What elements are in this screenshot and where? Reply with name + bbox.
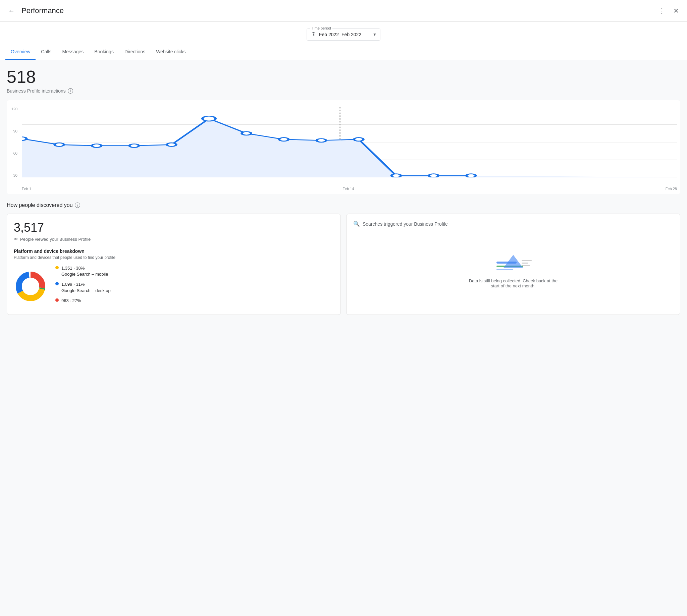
eye-icon: 👁	[14, 237, 18, 242]
svg-point-19	[466, 174, 476, 178]
header-right: ⋮ ✕	[656, 4, 682, 18]
main-content: 518 Business Profile interactions i 120 …	[0, 60, 687, 322]
data-collecting-text: Data is still being collected. Check bac…	[466, 278, 560, 288]
chart-svg	[22, 107, 677, 177]
svg-point-17	[391, 174, 401, 178]
svg-point-8	[55, 143, 64, 147]
x-label-feb14: Feb 14	[343, 187, 354, 191]
collecting-illustration	[493, 251, 533, 278]
tab-website-clicks[interactable]: Website clicks	[151, 44, 191, 60]
views-card: 3,517 👁 People viewed your Business Prof…	[7, 214, 341, 315]
svg-rect-30	[522, 263, 528, 264]
cards-row: 3,517 👁 People viewed your Business Prof…	[7, 214, 680, 315]
search-card: 🔍 Searches triggered your Business Profi…	[346, 214, 680, 315]
legend-text-other: 963 · 27%	[61, 298, 81, 304]
breakdown-title: Platform and device breakdown	[14, 248, 334, 254]
legend-dot-mobile	[55, 266, 59, 269]
tab-calls[interactable]: Calls	[36, 44, 57, 60]
svg-point-9	[92, 144, 101, 148]
tab-directions[interactable]: Directions	[119, 44, 151, 60]
svg-point-15	[317, 139, 326, 142]
search-icon: 🔍	[353, 221, 360, 227]
close-button[interactable]: ✕	[670, 4, 682, 18]
time-period-label: Time period	[310, 26, 332, 30]
data-collecting-section: Data is still being collected. Check bac…	[353, 233, 673, 308]
tab-messages[interactable]: Messages	[57, 44, 89, 60]
tab-bookings[interactable]: Bookings	[89, 44, 119, 60]
chart-area	[22, 107, 677, 177]
y-label-30: 30	[7, 173, 18, 177]
tabs-container: Overview Calls Messages Bookings Directi…	[0, 44, 687, 60]
views-desc: 👁 People viewed your Business Profile	[14, 237, 334, 242]
legend-item-other: 963 · 27%	[55, 298, 334, 304]
donut-row: 1,351 · 38% Google Search – mobile 1,099…	[14, 265, 334, 308]
svg-marker-6	[22, 119, 677, 177]
legend-text-desktop: 1,099 · 31% Google Search – desktop	[61, 281, 111, 293]
search-card-header: 🔍 Searches triggered your Business Profi…	[353, 221, 673, 227]
back-button[interactable]: ←	[5, 4, 18, 18]
svg-point-12	[202, 116, 215, 121]
time-period-value: Feb 2022–Feb 2022	[319, 32, 361, 37]
svg-rect-27	[496, 269, 513, 270]
calendar-icon: 🗓	[311, 31, 316, 38]
tab-overview[interactable]: Overview	[5, 44, 36, 60]
chart-container: 120 90 60 30	[7, 100, 680, 194]
x-label-feb1: Feb 1	[22, 187, 31, 191]
svg-point-13	[242, 132, 251, 135]
x-label-feb28: Feb 28	[666, 187, 677, 191]
views-count: 3,517	[14, 221, 334, 235]
svg-rect-31	[522, 265, 530, 266]
svg-point-7	[22, 137, 26, 140]
legend-text-mobile: 1,351 · 38% Google Search – mobile	[61, 265, 108, 277]
legend-dot-other	[55, 299, 59, 302]
y-label-90: 90	[7, 129, 18, 133]
page-title: Performance	[21, 6, 64, 15]
svg-point-16	[354, 137, 363, 141]
legend-items: 1,351 · 38% Google Search – mobile 1,099…	[55, 265, 334, 308]
chevron-down-icon: ▼	[373, 32, 377, 37]
donut-chart	[14, 270, 47, 303]
more-options-button[interactable]: ⋮	[656, 4, 668, 18]
y-label-120: 120	[7, 107, 18, 111]
breakdown-subtitle: Platform and devices that people used to…	[14, 255, 334, 260]
legend-item-mobile: 1,351 · 38% Google Search – mobile	[55, 265, 334, 277]
interactions-label: Business Profile interactions i	[7, 88, 680, 93]
y-label-60: 60	[7, 151, 18, 155]
discovery-section-title: How people discovered you i	[7, 202, 680, 208]
legend-item-desktop: 1,099 · 31% Google Search – desktop	[55, 281, 334, 293]
discovery-info-icon[interactable]: i	[75, 202, 80, 208]
svg-point-24	[22, 278, 39, 295]
svg-point-10	[129, 144, 139, 148]
interactions-count: 518	[7, 67, 680, 87]
svg-point-14	[279, 137, 288, 141]
chart-x-labels: Feb 1 Feb 14 Feb 28	[22, 187, 677, 191]
chart-y-labels: 120 90 60 30	[7, 107, 20, 177]
svg-rect-29	[522, 260, 532, 261]
legend-dot-desktop	[55, 282, 59, 285]
svg-point-18	[429, 174, 438, 178]
header-left: ← Performance	[5, 4, 64, 18]
svg-point-11	[167, 143, 176, 147]
donut-svg	[14, 270, 47, 303]
time-period-select[interactable]: Time period 🗓 Feb 2022–Feb 2022 ▼	[307, 28, 380, 41]
time-period-container: Time period 🗓 Feb 2022–Feb 2022 ▼	[0, 22, 687, 44]
interactions-info-icon[interactable]: i	[68, 88, 73, 93]
app-header: ← Performance ⋮ ✕	[0, 0, 687, 22]
